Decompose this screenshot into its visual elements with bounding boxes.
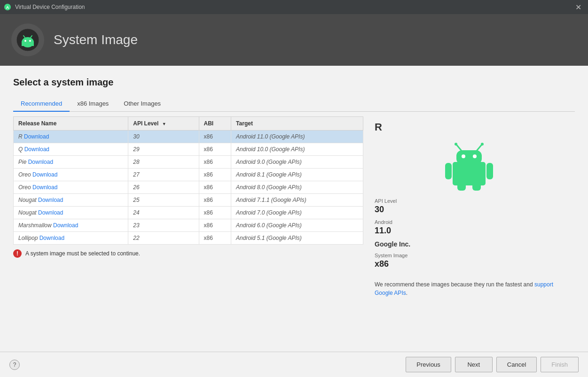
cell-abi: x86 xyxy=(199,194,231,207)
table-row[interactable]: Nougat Download25x86Android 7.1.1 (Googl… xyxy=(14,194,363,207)
cancel-button[interactable]: Cancel xyxy=(496,357,537,372)
cell-target: Android 5.1 (Google APIs) xyxy=(231,232,363,245)
cell-release-name: Marshmallow Download xyxy=(14,219,128,232)
cell-target: Android 7.0 (Google APIs) xyxy=(231,207,363,219)
sort-arrow-icon: ▼ xyxy=(162,122,166,126)
release-prefix: Q xyxy=(18,146,24,153)
android-label: Android xyxy=(375,219,564,225)
cell-release-name: Nougat Download xyxy=(14,194,128,207)
table-row[interactable]: Oreo Download27x86Android 8.1 (Google AP… xyxy=(14,169,363,181)
svg-point-16 xyxy=(481,143,484,146)
header: System Image xyxy=(0,14,588,66)
svg-rect-18 xyxy=(486,163,493,179)
main-content: Select a system image Recommended x86 Im… xyxy=(0,66,588,352)
release-prefix: Nougat xyxy=(18,197,38,203)
table-row[interactable]: Q Download29x86Android 10.0 (Google APIs… xyxy=(14,143,363,156)
tab-bar: Recommended x86 Images Other Images xyxy=(13,96,575,112)
table-row[interactable]: Lollipop Download22x86Android 5.1 (Googl… xyxy=(14,232,363,245)
close-button[interactable]: ✕ xyxy=(572,2,584,13)
download-link[interactable]: Download xyxy=(53,222,78,229)
download-link[interactable]: Download xyxy=(38,209,63,216)
svg-point-14 xyxy=(455,143,457,146)
android-version-section: Android 11.0 xyxy=(375,219,564,236)
cell-abi: x86 xyxy=(199,181,231,194)
title-bar: A Virtual Device Configuration ✕ xyxy=(0,0,588,14)
table-row[interactable]: Oreo Download26x86Android 8.0 (Google AP… xyxy=(14,181,363,194)
download-link[interactable]: Download xyxy=(39,235,64,241)
download-link[interactable]: Download xyxy=(32,184,57,191)
release-prefix: Marshmallow xyxy=(18,222,53,229)
cell-target: Android 7.1.1 (Google APIs) xyxy=(231,194,363,207)
release-prefix: R xyxy=(18,133,24,140)
error-icon: ! xyxy=(13,249,22,258)
next-button[interactable]: Next xyxy=(455,357,493,372)
bottom-left: ? xyxy=(9,360,20,370)
col-release-name: Release Name xyxy=(14,117,128,131)
cell-api-level: 28 xyxy=(128,156,199,169)
release-prefix: Lollipop xyxy=(18,235,39,241)
download-link[interactable]: Download xyxy=(24,146,49,153)
svg-text:A: A xyxy=(6,5,9,10)
system-image-value: x86 xyxy=(375,259,564,269)
bottom-bar: ? Previous Next Cancel Finish xyxy=(0,352,588,377)
info-description: We recommend these images because they r… xyxy=(375,280,564,297)
table-row[interactable]: Nougat Download24x86Android 7.0 (Google … xyxy=(14,207,363,219)
error-bar: ! A system image must be selected to con… xyxy=(13,245,363,260)
svg-line-15 xyxy=(477,145,482,150)
cell-target: Android 8.0 (Google APIs) xyxy=(231,181,363,194)
error-message: A system image must be selected to conti… xyxy=(25,250,140,257)
col-abi: ABI xyxy=(199,117,231,131)
finish-button[interactable]: Finish xyxy=(541,357,579,372)
cell-abi: x86 xyxy=(199,156,231,169)
tab-other-images[interactable]: Other Images xyxy=(116,96,168,112)
download-link[interactable]: Download xyxy=(38,197,63,203)
app-icon: A xyxy=(4,3,11,11)
cell-release-name: Oreo Download xyxy=(14,169,128,181)
release-prefix: Oreo xyxy=(18,184,32,191)
table-row[interactable]: Marshmallow Download23x86Android 6.0 (Go… xyxy=(14,219,363,232)
previous-button[interactable]: Previous xyxy=(406,357,451,372)
cell-target: Android 11.0 (Google APIs) xyxy=(231,131,363,143)
col-target: Target xyxy=(231,117,363,131)
svg-line-13 xyxy=(456,145,461,150)
release-prefix: Nougat xyxy=(18,209,38,216)
cell-target: Android 6.0 (Google APIs) xyxy=(231,219,363,232)
release-prefix: Oreo xyxy=(18,171,32,178)
system-image-table: Release Name API Level ▼ ABI Target R Do… xyxy=(13,116,363,245)
cell-api-level: 26 xyxy=(128,181,199,194)
bottom-right: Previous Next Cancel Finish xyxy=(406,357,579,372)
android-studio-icon xyxy=(16,28,39,52)
system-image-label: System Image xyxy=(375,253,564,258)
cell-release-name: Pie Download xyxy=(14,156,128,169)
cell-api-level: 25 xyxy=(128,194,199,207)
cell-release-name: Oreo Download xyxy=(14,181,128,194)
cell-api-level: 22 xyxy=(128,232,199,245)
cell-release-name: Lollipop Download xyxy=(14,232,128,245)
svg-rect-9 xyxy=(453,162,486,185)
info-panel: R xyxy=(363,112,575,347)
vendor-value: Google Inc. xyxy=(375,240,564,248)
cell-api-level: 27 xyxy=(128,169,199,181)
page-title: Select a system image xyxy=(13,77,575,88)
help-button[interactable]: ? xyxy=(9,360,20,370)
content-area: Release Name API Level ▼ ABI Target R Do… xyxy=(13,112,575,347)
release-letter: R xyxy=(375,121,564,133)
table-row[interactable]: Pie Download28x86Android 9.0 (Google API… xyxy=(14,156,363,169)
cell-abi: x86 xyxy=(199,219,231,232)
android-robot-icon xyxy=(443,141,495,192)
api-level-value: 30 xyxy=(375,205,564,215)
tab-x86-images[interactable]: x86 Images xyxy=(70,96,116,112)
download-link[interactable]: Download xyxy=(28,159,53,165)
cell-abi: x86 xyxy=(199,169,231,181)
title-bar-left: A Virtual Device Configuration xyxy=(4,3,85,11)
col-api-level[interactable]: API Level ▼ xyxy=(128,117,199,131)
cell-abi: x86 xyxy=(199,207,231,219)
cell-api-level: 30 xyxy=(128,131,199,143)
cell-api-level: 29 xyxy=(128,143,199,156)
cell-api-level: 24 xyxy=(128,207,199,219)
download-link[interactable]: Download xyxy=(32,171,57,178)
cell-abi: x86 xyxy=(199,131,231,143)
download-link[interactable]: Download xyxy=(24,133,49,140)
table-row[interactable]: R Download30x86Android 11.0 (Google APIs… xyxy=(14,131,363,143)
tab-recommended[interactable]: Recommended xyxy=(13,96,70,112)
